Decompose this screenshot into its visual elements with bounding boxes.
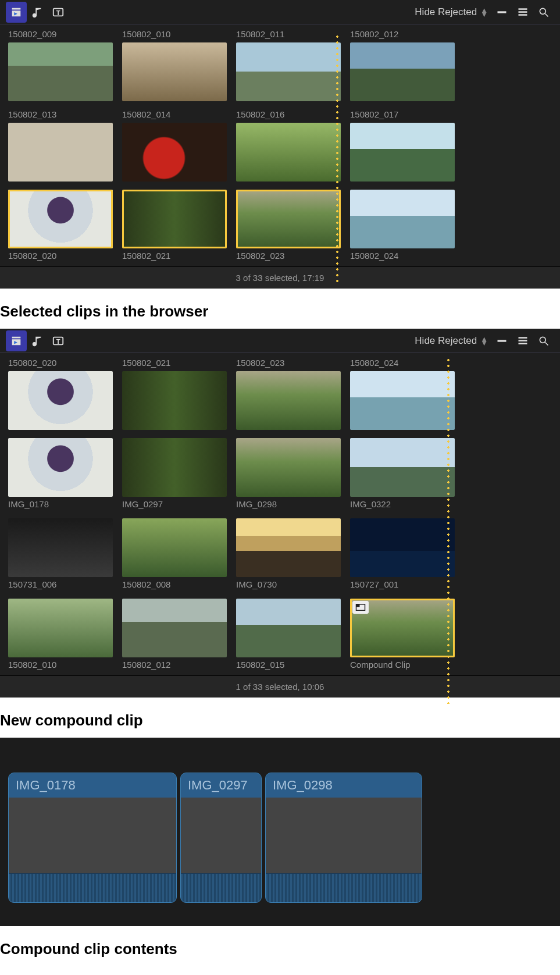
timeline-clip[interactable]: IMG_0298 — [265, 773, 422, 903]
clip-thumbnail[interactable] — [8, 518, 113, 577]
clip-thumbnail[interactable] — [122, 190, 227, 248]
clip-name: 150802_011 — [236, 29, 341, 40]
clip-item[interactable]: 150802_020 — [8, 190, 113, 262]
clip-thumbnail[interactable] — [122, 438, 227, 497]
compound-clip-icon — [352, 601, 369, 614]
clip-name: 150802_024 — [350, 251, 455, 262]
clip-name: 150802_010 — [8, 660, 113, 671]
filter-label: Hide Rejected — [415, 335, 477, 347]
clip-thumbnail[interactable] — [122, 371, 227, 430]
svg-rect-4 — [519, 8, 527, 10]
clip-thumbnail[interactable] — [8, 42, 113, 101]
clip-name: Compound Clip — [350, 660, 455, 671]
clip-item[interactable]: 150802_015 — [236, 599, 341, 671]
audio-tab-icon[interactable] — [27, 2, 48, 23]
clip-item[interactable]: Compound Clip — [350, 599, 455, 671]
clip-item[interactable]: 150802_024 — [350, 190, 455, 262]
clip-thumbnail[interactable] — [350, 438, 455, 497]
clip-name: 150727_001 — [350, 579, 455, 590]
clip-thumbnail[interactable] — [236, 42, 341, 101]
clip-filter-popup[interactable]: Hide Rejected ▲▼ — [411, 335, 491, 347]
clip-name: 150802_023 — [236, 251, 341, 262]
clip-item[interactable]: 150802_016 — [236, 109, 341, 182]
clip-thumbnail[interactable] — [236, 190, 341, 248]
clip-thumbnail[interactable] — [350, 42, 455, 101]
clip-item[interactable]: 150802_017 — [350, 109, 455, 182]
clip-thumbnail[interactable] — [8, 438, 113, 497]
clips-tab-icon[interactable] — [6, 2, 27, 23]
titles-tab-icon[interactable]: T — [48, 2, 69, 23]
clip-name: 150802_010 — [122, 29, 227, 40]
timeline-clip[interactable]: IMG_0178 — [8, 773, 177, 903]
clip-thumbnail[interactable] — [236, 371, 341, 430]
clip-item[interactable]: 150802_020 — [8, 358, 113, 430]
list-view-icon[interactable] — [512, 330, 533, 351]
clip-item[interactable]: 150802_010 — [8, 599, 113, 671]
chevron-updown-icon: ▲▼ — [480, 337, 488, 345]
clip-thumbnail[interactable] — [350, 123, 455, 182]
clip-item[interactable]: 150802_021 — [122, 358, 227, 430]
clip-thumbnail[interactable] — [350, 518, 455, 577]
clip-thumbnail[interactable] — [236, 438, 341, 497]
audio-tab-icon[interactable] — [27, 330, 48, 351]
clip-item[interactable]: IMG_0730 — [236, 518, 341, 590]
clips-tab-icon[interactable] — [6, 330, 27, 351]
timeline-clip-filmstrip — [266, 798, 422, 873]
clip-item[interactable]: IMG_0298 — [236, 438, 341, 510]
clip-item[interactable]: 150802_009 — [8, 29, 113, 101]
timeline-clip[interactable]: IMG_0297 — [180, 773, 262, 903]
clip-item[interactable]: 150802_008 — [122, 518, 227, 590]
svg-rect-19 — [356, 604, 360, 607]
search-icon[interactable] — [533, 330, 554, 351]
clip-item[interactable]: 150802_023 — [236, 358, 341, 430]
clip-thumbnail[interactable] — [8, 190, 113, 248]
clip-item[interactable]: IMG_0297 — [122, 438, 227, 510]
search-icon[interactable] — [533, 2, 554, 23]
clip-filter-popup[interactable]: Hide Rejected ▲▼ — [411, 6, 491, 18]
clip-name: 150802_024 — [350, 358, 455, 369]
clip-item[interactable]: 150802_014 — [122, 109, 227, 182]
clip-item[interactable]: 150731_006 — [8, 518, 113, 590]
titles-tab-icon[interactable]: T — [48, 330, 69, 351]
clip-item[interactable]: 150802_011 — [236, 29, 341, 101]
clip-item[interactable]: IMG_0322 — [350, 438, 455, 510]
clip-thumbnail[interactable] — [350, 599, 455, 657]
list-view-icon[interactable] — [512, 2, 533, 23]
clip-thumbnail[interactable] — [236, 518, 341, 577]
clip-name: 150802_020 — [8, 358, 113, 369]
clip-appearance-icon[interactable] — [491, 2, 512, 23]
clip-item[interactable]: 150802_010 — [122, 29, 227, 101]
clip-thumbnail[interactable] — [122, 518, 227, 577]
clip-item[interactable]: 150802_012 — [350, 29, 455, 101]
clip-item[interactable]: 150802_012 — [122, 599, 227, 671]
timeline-clip-title: IMG_0297 — [181, 773, 261, 798]
svg-rect-15 — [519, 343, 527, 344]
status-bar: 3 of 33 selected, 17:19 — [0, 266, 560, 289]
clip-thumbnail[interactable] — [236, 599, 341, 657]
timeline-clip-title: IMG_0298 — [266, 773, 422, 798]
clip-thumbnail[interactable] — [122, 123, 227, 182]
clip-item[interactable]: 150802_021 — [122, 190, 227, 262]
clip-item[interactable]: 150802_013 — [8, 109, 113, 182]
clip-thumbnail[interactable] — [122, 42, 227, 101]
clip-item[interactable]: 150727_001 — [350, 518, 455, 590]
clip-item[interactable]: 150802_023 — [236, 190, 341, 262]
clip-thumbnail[interactable] — [8, 599, 113, 657]
clip-thumbnail[interactable] — [122, 599, 227, 657]
clip-item[interactable]: IMG_0178 — [8, 438, 113, 510]
svg-line-8 — [545, 13, 548, 16]
clip-thumbnail[interactable] — [236, 123, 341, 182]
clip-name: 150802_012 — [122, 660, 227, 671]
caption-new-compound: New compound clip — [0, 698, 560, 738]
clip-thumbnail[interactable] — [8, 123, 113, 182]
svg-line-17 — [545, 342, 548, 345]
clip-appearance-icon[interactable] — [491, 330, 512, 351]
clip-name: IMG_0178 — [8, 499, 113, 510]
svg-point-7 — [540, 8, 545, 14]
clip-item[interactable]: 150802_024 — [350, 358, 455, 430]
clip-thumbnail[interactable] — [350, 190, 455, 248]
clip-thumbnail[interactable] — [8, 371, 113, 430]
clip-name: IMG_0322 — [350, 499, 455, 510]
callout-line — [336, 34, 339, 285]
clip-thumbnail[interactable] — [350, 371, 455, 430]
